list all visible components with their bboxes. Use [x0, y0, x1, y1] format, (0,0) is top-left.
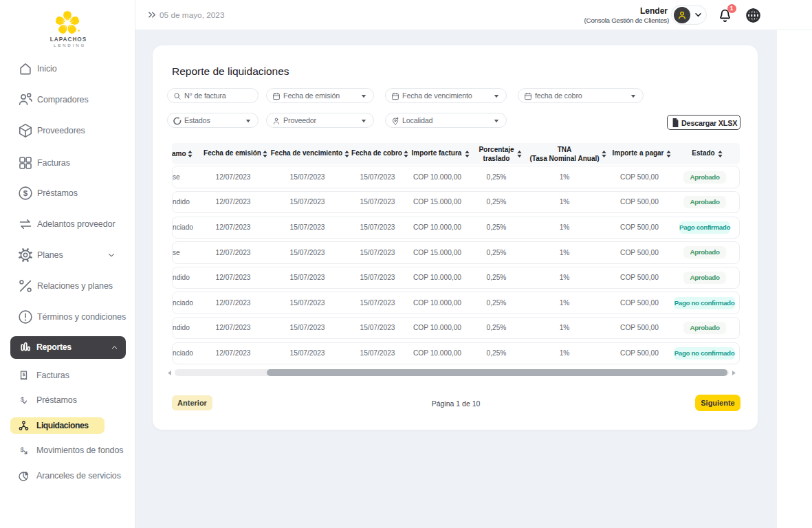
svg-text:$: $: [23, 189, 28, 197]
svg-text:$: $: [20, 446, 24, 453]
svg-text:$: $: [23, 372, 25, 377]
svg-text:$: $: [21, 395, 25, 403]
